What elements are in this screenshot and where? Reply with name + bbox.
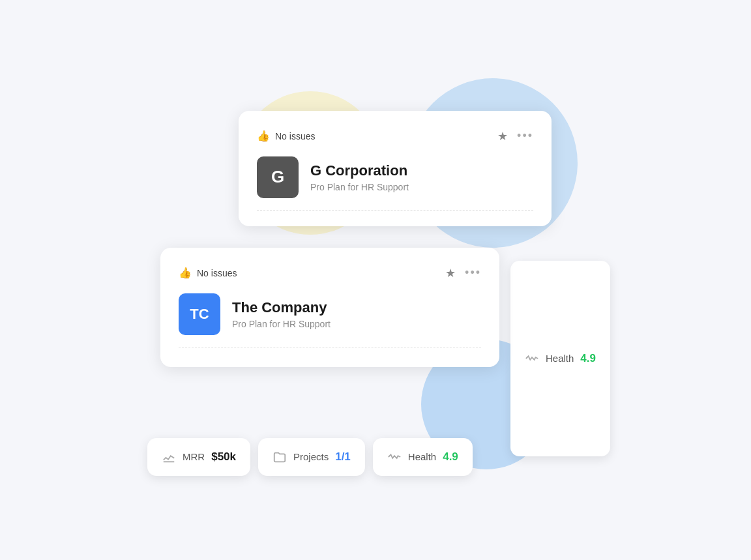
health-icon (387, 450, 402, 464)
health-value: 4.9 (443, 450, 458, 464)
mrr-icon (162, 450, 176, 464)
thecompany-details: The Company Pro Plan for HR Support (232, 299, 331, 329)
gcorp-status: 👍 No issues (257, 130, 315, 142)
thecompany-star-icon[interactable]: ★ (445, 266, 456, 280)
thecompany-header: 👍 No issues ★ ••• (179, 266, 481, 280)
health-badge-back: Health 4.9 (510, 261, 610, 456)
thecompany-name: The Company (232, 299, 331, 316)
projects-icon (272, 450, 287, 464)
mrr-card: MRR $50k (147, 438, 250, 476)
thecompany-actions: ★ ••• (445, 266, 481, 280)
thecompany-divider (179, 347, 481, 347)
card-thecompany: 👍 No issues ★ ••• TC The Company Pro Pla… (160, 248, 499, 367)
health-card: Health 4.9 (373, 438, 473, 476)
gcorp-plan: Pro Plan for HR Support (310, 182, 409, 192)
health-back-label: Health (546, 353, 574, 364)
projects-value: 1/1 (335, 450, 351, 464)
gcorp-actions: ★ ••• (497, 129, 533, 143)
gcorp-info: G G Corporation Pro Plan for HR Support (257, 156, 533, 198)
gcorp-status-label: No issues (275, 131, 315, 141)
mrr-value: $50k (211, 450, 236, 464)
gcorp-more-icon[interactable]: ••• (517, 129, 533, 143)
thecompany-info: TC The Company Pro Plan for HR Support (179, 293, 481, 335)
health-back-value: 4.9 (580, 352, 596, 365)
mrr-label: MRR (183, 451, 205, 462)
card-gcorp-header: 👍 No issues ★ ••• (257, 129, 533, 143)
thumbs-up-icon-2: 👍 (179, 267, 192, 279)
projects-card: Projects 1/1 (258, 438, 365, 476)
projects-label: Projects (293, 451, 329, 462)
thecompany-avatar: TC (179, 293, 220, 335)
health-back-icon (525, 351, 539, 366)
gcorp-avatar-text: G (271, 167, 284, 187)
mini-cards-row: MRR $50k Projects 1/1 Health 4.9 (147, 438, 473, 476)
thecompany-plan: Pro Plan for HR Support (232, 319, 331, 329)
gcorp-name: G Corporation (310, 162, 409, 179)
thecompany-avatar-text: TC (190, 306, 209, 323)
health-label: Health (408, 451, 436, 462)
thumbs-up-icon: 👍 (257, 130, 270, 142)
thecompany-status-label: No issues (197, 268, 237, 278)
gcorp-avatar: G (257, 156, 299, 198)
thecompany-more-icon[interactable]: ••• (465, 266, 481, 280)
gcorp-star-icon[interactable]: ★ (497, 129, 508, 143)
gcorp-details: G Corporation Pro Plan for HR Support (310, 162, 409, 192)
gcorp-divider (257, 210, 533, 211)
card-gcorporation: 👍 No issues ★ ••• G G Corporation Pro Pl… (239, 111, 552, 226)
thecompany-status: 👍 No issues (179, 267, 237, 279)
